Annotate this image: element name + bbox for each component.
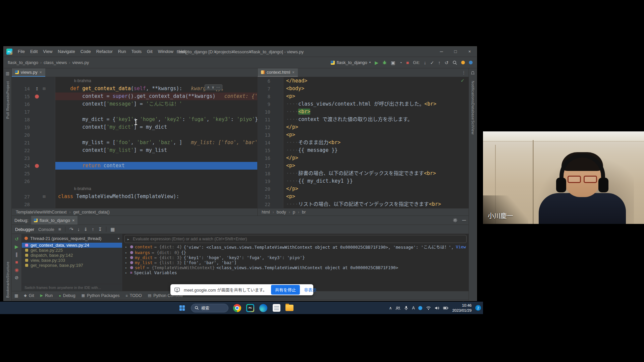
view-breakpoints-icon[interactable]: ◉: [14, 267, 18, 272]
close-tab-icon[interactable]: ×: [292, 70, 294, 75]
editor-breadcrumb-item[interactable]: TemplateViewWithContext: [16, 209, 67, 215]
hidden-icons-chevron[interactable]: ∧: [389, 306, 392, 310]
hide-link[interactable]: 非表示: [304, 287, 317, 293]
thread-selector[interactable]: Thread-21 (process_request_thread) ▾: [22, 234, 122, 243]
settings-gear-icon[interactable]: [453, 218, 458, 223]
menu-navigate[interactable]: Navigate: [55, 47, 77, 57]
menu-tools[interactable]: Tools: [129, 47, 144, 57]
inline-hint-widget[interactable]: ∧ ∨ ⋯: [205, 84, 222, 90]
stop-button[interactable]: ■: [406, 60, 409, 65]
coverage-icon[interactable]: ▣: [391, 60, 395, 65]
editor-breadcrumb-item[interactable]: br: [302, 209, 306, 215]
search-input[interactable]: 検索: [191, 304, 228, 312]
toolwindow-project[interactable]: Project: [6, 81, 10, 94]
edge-icon[interactable]: [259, 304, 268, 312]
collapse-up-icon[interactable]: ∧: [207, 85, 210, 89]
code-editor-context-html[interactable]: 678910111213141516171819202122 </head><b…: [258, 77, 469, 208]
notifications-bell-icon[interactable]: [471, 71, 475, 75]
run-button[interactable]: ▶: [375, 60, 378, 65]
editor-breadcrumb-item[interactable]: html: [262, 209, 270, 215]
microphone-icon[interactable]: [404, 306, 408, 310]
expand-chevron-icon[interactable]: ▸: [125, 261, 128, 264]
close-tab-icon[interactable]: ×: [40, 70, 42, 75]
fold-marker[interactable]: ⊟: [43, 194, 49, 199]
toolwindow-database[interactable]: Database: [471, 103, 475, 120]
profiler-icon[interactable]: ◔: [399, 60, 402, 65]
taskbar-clock[interactable]: 10:46 2023/01/29: [452, 303, 472, 313]
step-into-icon[interactable]: ↓: [77, 227, 80, 232]
breadcrumb-item[interactable]: views.py: [72, 60, 89, 65]
expand-chevron-icon[interactable]: ▸: [125, 251, 128, 254]
git-push-icon[interactable]: ↑: [438, 60, 440, 65]
inspections-ok-icon[interactable]: ✓: [461, 78, 465, 83]
evaluate-expression-input[interactable]: ▸ Evaluate expression (Enter) or add a w…: [124, 235, 467, 243]
expand-chevron-icon[interactable]: ▸: [125, 256, 128, 259]
volume-icon[interactable]: [435, 306, 439, 310]
variable-row[interactable]: ▸self = {TemplateViewWithContext} <class…: [122, 265, 469, 270]
collapse-down-icon[interactable]: ∨: [212, 85, 214, 89]
expand-chevron-icon[interactable]: ▸: [125, 271, 128, 275]
git-commit-icon[interactable]: ✓: [430, 60, 434, 65]
resume-icon[interactable]: ▶: [15, 244, 18, 249]
editor-gutter[interactable]: 14↥⊟15161718192021222324252627⊟28: [12, 77, 55, 208]
hide-tool-window-icon[interactable]: ─: [462, 217, 466, 223]
toolwindow-structure[interactable]: Structure: [6, 261, 10, 278]
debug-session-tab[interactable]: flask_to_django ×: [31, 216, 77, 225]
layout-options-icon[interactable]: ≡: [58, 227, 61, 232]
fold-marker[interactable]: ⊟: [43, 86, 49, 91]
minimize-button[interactable]: ─: [434, 47, 448, 57]
menu-edit[interactable]: Edit: [28, 47, 40, 57]
variable-row[interactable]: ▸context = {dict: 4} {'view': <class_vie…: [122, 244, 469, 250]
editor-breadcrumb-item[interactable]: get_context_data(): [73, 209, 110, 215]
bluetooth-tray-icon[interactable]: [418, 306, 422, 310]
expand-chevron-icon[interactable]: ▸: [125, 245, 128, 249]
battery-icon[interactable]: [443, 306, 448, 310]
menu-git[interactable]: Git: [144, 47, 155, 57]
stack-frame-row[interactable]: get_response, base.py:197: [22, 263, 122, 268]
variable-row[interactable]: ▸my_dict = {dict: 3} {'key1': 'hoge', 'k…: [122, 255, 469, 260]
run-config-selector[interactable]: flask_to_django ▾: [331, 60, 371, 65]
breakpoint-icon[interactable]: [35, 95, 39, 99]
toolwindow-bookmarks[interactable]: Bookmarks: [6, 278, 10, 298]
expand-chevron-icon[interactable]: ▸: [125, 266, 128, 269]
rerun-icon[interactable]: ↺: [15, 237, 19, 241]
force-step-into-icon[interactable]: ⇓: [84, 227, 88, 232]
stop-sharing-button[interactable]: 共有を停止: [271, 285, 300, 295]
menu-code[interactable]: Code: [78, 47, 94, 57]
git-update-icon[interactable]: ↓: [424, 60, 426, 65]
close-button[interactable]: ×: [463, 47, 477, 57]
step-over-icon[interactable]: ↷: [69, 227, 73, 232]
toolwindow-button-debug[interactable]: ●Debug: [56, 291, 78, 300]
view-layout-icon[interactable]: ▦: [110, 227, 115, 232]
notification-count-badge[interactable]: 2: [475, 305, 481, 311]
menu-help[interactable]: Help: [176, 47, 191, 57]
breadcrumb-item[interactable]: flask_to_django: [8, 60, 38, 65]
step-out-icon[interactable]: ↑: [92, 227, 94, 232]
toolwindow-button-run[interactable]: ▶Run: [37, 291, 56, 300]
editor-breadcrumb-item[interactable]: p: [293, 209, 295, 215]
menu-view[interactable]: View: [40, 47, 55, 57]
project-tool-icon[interactable]: ▥: [6, 71, 9, 76]
stack-frame-row[interactable]: dispatch, base.py:142: [22, 253, 122, 258]
tab-context-html[interactable]: context.html ×: [258, 68, 298, 77]
wifi-icon[interactable]: [426, 306, 431, 310]
toolwindow-button-python-packages[interactable]: ▦Python Packages: [78, 291, 123, 300]
tool-window-switcher-icon[interactable]: ▦: [14, 293, 18, 298]
stop-icon[interactable]: ■: [15, 260, 18, 264]
code-editor-views-py[interactable]: 14↥⊟15161718192021222324252627⊟28 k-brah…: [12, 77, 257, 208]
pycharm-taskbar-icon[interactable]: PC: [246, 304, 255, 312]
menu-refactor[interactable]: Refactor: [94, 47, 115, 57]
run-to-cursor-icon[interactable]: ↧: [98, 227, 102, 232]
toolwindow-sciview[interactable]: SciView: [471, 120, 475, 134]
stack-frame-row[interactable]: get, base.py:225: [22, 248, 122, 253]
toolwindow-button-git[interactable]: ◆Git: [21, 291, 37, 300]
ide-warning-indicator-icon[interactable]: [461, 61, 465, 64]
editor-code[interactable]: </head><body><p>····class_views/context.…: [283, 77, 469, 208]
people-icon[interactable]: [395, 306, 400, 310]
maximize-button[interactable]: □: [448, 47, 463, 57]
tab-views-py[interactable]: views.py ×: [12, 68, 45, 77]
explorer-folder-icon[interactable]: [285, 304, 294, 312]
tab-console[interactable]: Console: [38, 227, 54, 232]
toolwindow-pull-requests[interactable]: Pull Requests: [6, 94, 10, 119]
toolwindow-button-todo[interactable]: ≡TODO: [122, 291, 145, 300]
